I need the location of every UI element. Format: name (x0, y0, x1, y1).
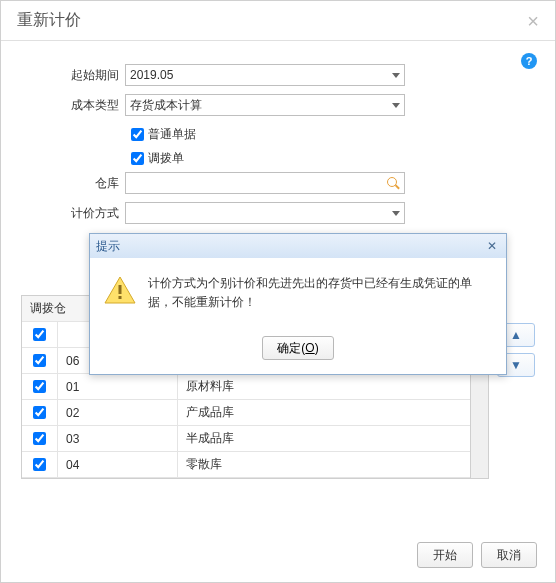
normal-doc-label: 普通单据 (148, 126, 196, 143)
table-row[interactable]: 01原材料库 (22, 374, 470, 400)
chevron-down-icon (392, 211, 400, 216)
transfer-doc-checkbox[interactable] (131, 152, 144, 165)
start-period-combo[interactable]: 2019.05 (125, 64, 405, 86)
modal-title: 提示 (96, 238, 120, 255)
warehouse-label: 仓库 (31, 175, 125, 192)
cell-code: 02 (58, 400, 178, 425)
cancel-button[interactable]: 取消 (481, 542, 537, 568)
modal-ok-button[interactable]: 确定(O) (262, 336, 334, 360)
svg-rect-1 (119, 285, 122, 294)
valuation-combo[interactable] (125, 202, 405, 224)
cell-name: 零散库 (178, 452, 470, 477)
close-icon[interactable]: × (527, 11, 539, 31)
valuation-label: 计价方式 (31, 205, 125, 222)
svg-rect-2 (119, 296, 122, 299)
recalc-window: 重新计价 × ? 起始期间 2019.05 成本类型 存货成本计算 普通单据 调… (0, 0, 556, 583)
table-row[interactable]: 02产成品库 (22, 400, 470, 426)
chevron-down-icon (392, 73, 400, 78)
cell-code: 01 (58, 374, 178, 399)
modal-ok-label: 确定(O) (277, 341, 318, 355)
row-checkbox[interactable] (33, 354, 46, 367)
start-period-label: 起始期间 (31, 67, 125, 84)
help-icon[interactable]: ? (521, 53, 537, 69)
modal-body: 计价方式为个别计价和先进先出的存货中已经有生成凭证的单据，不能重新计价！ (90, 258, 506, 330)
normal-doc-checkbox[interactable] (131, 128, 144, 141)
window-title: 重新计价 (17, 10, 81, 31)
cell-name: 原材料库 (178, 374, 470, 399)
warning-icon (104, 276, 136, 304)
row-checkbox[interactable] (33, 380, 46, 393)
cost-type-label: 成本类型 (31, 97, 125, 114)
row-checkbox[interactable] (33, 406, 46, 419)
table-row[interactable]: 04零散库 (22, 452, 470, 478)
cell-code: 04 (58, 452, 178, 477)
chevron-down-icon (392, 103, 400, 108)
start-period-value: 2019.05 (130, 68, 388, 82)
modal-titlebar: 提示 ✕ (90, 234, 506, 258)
titlebar: 重新计价 × (1, 1, 555, 41)
select-all-checkbox[interactable] (33, 328, 46, 341)
row-checkbox[interactable] (33, 458, 46, 471)
start-button[interactable]: 开始 (417, 542, 473, 568)
cell-name: 半成品库 (178, 426, 470, 451)
row-checkbox[interactable] (33, 432, 46, 445)
modal-close-icon[interactable]: ✕ (484, 238, 500, 254)
modal-message: 计价方式为个别计价和先进先出的存货中已经有生成凭证的单据，不能重新计价！ (148, 274, 492, 312)
cell-name: 产成品库 (178, 400, 470, 425)
cost-type-value: 存货成本计算 (130, 97, 388, 114)
cost-type-combo[interactable]: 存货成本计算 (125, 94, 405, 116)
table-row[interactable]: 03半成品库 (22, 426, 470, 452)
transfer-doc-label: 调拨单 (148, 150, 184, 167)
search-icon (386, 176, 400, 190)
alert-modal: 提示 ✕ 计价方式为个别计价和先进先出的存货中已经有生成凭证的单据，不能重新计价… (89, 233, 507, 375)
warehouse-combo[interactable] (125, 172, 405, 194)
cell-code: 03 (58, 426, 178, 451)
footer: 开始 取消 (417, 542, 537, 568)
modal-footer: 确定(O) (90, 330, 506, 374)
